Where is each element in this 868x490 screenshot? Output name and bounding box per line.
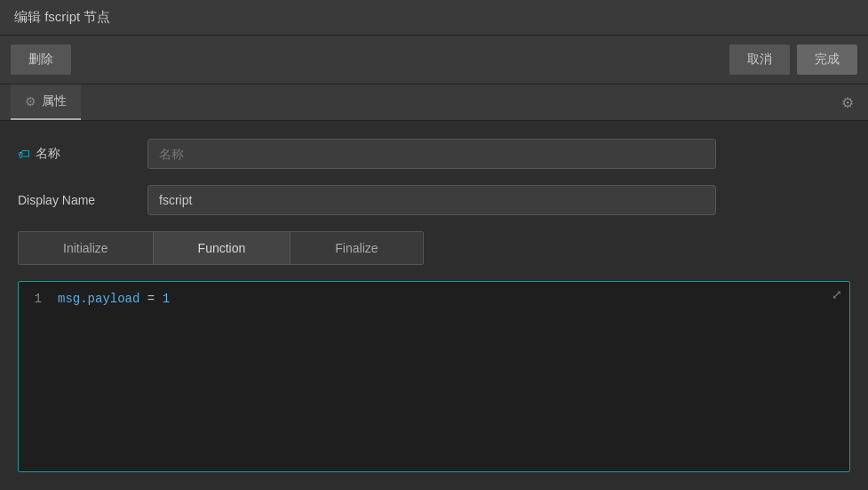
tag-icon: 🏷 bbox=[18, 147, 30, 161]
code-num-1: 1 bbox=[163, 289, 170, 309]
tab-properties-label: 属性 bbox=[42, 93, 67, 109]
cancel-button[interactable]: 取消 bbox=[729, 44, 790, 75]
tab-row: ⚙ 属性 ⚙ bbox=[0, 84, 868, 121]
name-label-text: 名称 bbox=[36, 146, 60, 162]
page-title: 编辑 fscript 节点 bbox=[14, 9, 110, 24]
tab-properties[interactable]: ⚙ 属性 bbox=[11, 84, 81, 120]
settings-gear-icon[interactable]: ⚙ bbox=[838, 85, 857, 120]
tab-initialize[interactable]: Initialize bbox=[19, 232, 154, 264]
code-content[interactable]: msg.payload = 1 bbox=[51, 289, 849, 464]
line-number-1: 1 bbox=[26, 289, 42, 309]
expand-icon[interactable]: ⤢ bbox=[832, 287, 842, 301]
display-name-row: Display Name bbox=[18, 185, 850, 215]
code-area: 1 msg.payload = 1 bbox=[19, 282, 849, 471]
display-name-label-text: Display Name bbox=[18, 193, 95, 207]
delete-button[interactable]: 删除 bbox=[11, 44, 71, 75]
done-button[interactable]: 完成 bbox=[797, 44, 857, 75]
display-name-label: Display Name bbox=[18, 193, 133, 207]
name-row: 🏷 名称 bbox=[18, 139, 850, 169]
function-tabs: Initialize Function Finalize bbox=[18, 231, 424, 265]
toolbar: 删除 取消 完成 bbox=[0, 36, 868, 84]
code-editor: ⤢ 1 msg.payload = 1 bbox=[18, 281, 850, 472]
title-bar: 编辑 fscript 节点 bbox=[0, 0, 868, 36]
code-op-equals: = bbox=[139, 289, 162, 309]
tab-function[interactable]: Function bbox=[154, 232, 291, 264]
gear-icon: ⚙ bbox=[25, 94, 36, 108]
tab-finalize[interactable]: Finalize bbox=[291, 232, 422, 264]
page-container: 编辑 fscript 节点 删除 取消 完成 ⚙ 属性 ⚙ 🏷 名称 Displ… bbox=[0, 0, 868, 490]
line-numbers: 1 bbox=[19, 289, 51, 464]
content-area: 🏷 名称 Display Name Initialize Function Fi… bbox=[0, 121, 868, 490]
code-line-1: msg.payload = 1 bbox=[58, 289, 842, 309]
code-var-msg-payload: msg.payload bbox=[58, 289, 139, 309]
display-name-input[interactable] bbox=[147, 185, 716, 215]
name-input[interactable] bbox=[147, 139, 716, 169]
name-label: 🏷 名称 bbox=[18, 146, 133, 162]
